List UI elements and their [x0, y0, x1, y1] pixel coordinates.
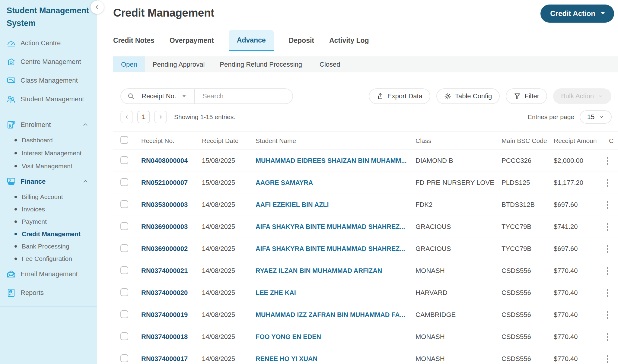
row-checkbox[interactable] — [120, 354, 128, 362]
student-name-link[interactable]: MUHAMMAD EIDREES SHAIZAN BIN MUHAMM... — [256, 157, 406, 164]
prev-page-button[interactable] — [120, 111, 133, 123]
page-title: Credit Management — [113, 7, 214, 19]
sidebar-item-reports[interactable]: Reports — [0, 283, 97, 302]
select-all-checkbox[interactable] — [120, 136, 128, 144]
kebab-menu-icon[interactable] — [605, 243, 610, 255]
sidebar-subitem-visit-management[interactable]: Visit Management — [0, 160, 97, 173]
column-header-receipt-amount: Receipt Amount — [549, 137, 597, 144]
kebab-menu-icon[interactable] — [605, 155, 610, 166]
sidebar-subitem-invoices[interactable]: Invoices — [0, 203, 97, 215]
kebab-menu-icon[interactable] — [605, 265, 610, 277]
student-name-link[interactable]: LEE ZHE KAI — [256, 289, 296, 296]
receipt-no-link[interactable]: RN0374000019 — [141, 311, 188, 318]
search-category-dropdown[interactable]: Receipt No. — [142, 92, 186, 100]
main-content: Credit Management Credit Action Credit N… — [97, 0, 618, 364]
student-name-link[interactable]: AIFA SHAKYRA BINTE MUHAMMAD SHAHREZ... — [256, 223, 405, 230]
sidebar-item-label: Action Centre — [21, 39, 61, 47]
table-row: RN0374000018 14/08/2025 FOO YONG EN EDEN… — [113, 326, 618, 348]
table-row: RN0369000002 14/08/2025 AIFA SHAKYRA BIN… — [113, 238, 618, 260]
student-name-link[interactable]: FOO YONG EN EDEN — [256, 333, 321, 340]
receipt-no-link[interactable]: RN0369000003 — [141, 223, 188, 230]
row-checkbox[interactable] — [120, 156, 128, 164]
row-checkbox[interactable] — [120, 178, 128, 186]
sidebar-subitem-interest-management[interactable]: Interest Management — [0, 147, 97, 160]
kebab-menu-icon[interactable] — [605, 287, 610, 299]
sidebar-subitem-fee-configuration[interactable]: Fee Configuration — [0, 252, 97, 265]
table-row: RN0374000021 14/08/2025 RYAEZ ILZAN BIN … — [113, 260, 618, 282]
tab-deposit[interactable]: Deposit — [289, 30, 314, 51]
sidebar-subitem-dashboard[interactable]: Dashboard — [0, 134, 97, 147]
gear-icon — [444, 93, 451, 100]
row-checkbox[interactable] — [120, 244, 128, 252]
chevron-up-icon[interactable] — [82, 178, 89, 185]
sidebar-collapse-button[interactable] — [91, 1, 104, 14]
receipt-no-link[interactable]: RN0374000020 — [141, 289, 188, 296]
sidebar-subitem-credit-management[interactable]: Credit Management — [0, 228, 97, 240]
funnel-icon — [514, 93, 521, 100]
receipt-no-link[interactable]: RN0374000021 — [141, 267, 188, 274]
credit-action-button[interactable]: Credit Action — [540, 5, 614, 23]
bulk-action-button[interactable]: Bulk Action — [553, 88, 611, 104]
sidebar-subitem-bank-processing[interactable]: Bank Processing — [0, 240, 97, 252]
next-page-button[interactable] — [154, 111, 167, 123]
row-checkbox[interactable] — [120, 310, 128, 318]
receipt-no-link[interactable]: RN0521000007 — [141, 179, 188, 186]
column-header-main-bsc-code: Main BSC Code — [496, 137, 549, 144]
column-header-receipt-date: Receipt Date — [198, 137, 252, 144]
row-checkbox[interactable] — [120, 266, 128, 274]
receipt-no-link[interactable]: RN0408000004 — [141, 157, 188, 164]
class-cell: MONASH — [409, 260, 496, 282]
kebab-menu-icon[interactable] — [605, 177, 610, 188]
table-row: RN0521000007 15/08/2025 AAGRE SAMAYRA FD… — [113, 172, 618, 194]
tab-advance[interactable]: Advance — [229, 30, 274, 51]
page-number-button[interactable]: 1 — [137, 111, 150, 123]
sidebar-item-centre-management[interactable]: Centre Management — [0, 52, 97, 71]
main-bsc-code-cell: CSDS556 — [496, 333, 549, 341]
student-name-link[interactable]: MUHAMMAD IZZ ZAFRAN BIN MUHAMMAD FA... — [256, 311, 405, 318]
row-checkbox[interactable] — [120, 200, 128, 208]
sidebar-item-action-centre[interactable]: Action Centre — [0, 34, 97, 52]
tab-overpayment[interactable]: Overpayment — [170, 30, 214, 51]
main-bsc-code-cell: TYCC79B — [496, 223, 549, 231]
sidebar-item-email-management[interactable]: Email Management — [0, 265, 97, 283]
row-checkbox[interactable] — [120, 288, 128, 296]
search-input[interactable] — [202, 92, 275, 100]
sidebar-subitem-payment[interactable]: Payment — [0, 215, 97, 228]
sidebar-item-enrolment[interactable]: Enrolment — [0, 116, 97, 134]
row-checkbox[interactable] — [120, 222, 128, 230]
kebab-menu-icon[interactable] — [605, 309, 610, 321]
subtab-open[interactable]: Open — [113, 56, 145, 72]
student-name-link[interactable]: AIFA SHAKYRA BINTE MUHAMMAD SHAHREZ... — [256, 245, 405, 252]
filter-button[interactable]: Filter — [506, 88, 547, 104]
row-checkbox[interactable] — [120, 332, 128, 340]
table-row: RN0369000003 14/08/2025 AIFA SHAKYRA BIN… — [113, 216, 618, 238]
tab-bar: Credit Notes Overpayment Advance Deposit… — [113, 30, 618, 51]
entries-per-page: Entries per page 15 — [528, 110, 612, 124]
sidebar-item-student-management[interactable]: Student Management — [0, 90, 97, 109]
kebab-menu-icon[interactable] — [605, 199, 610, 210]
student-name-link[interactable]: RYAEZ ILZAN BIN MUHAMMAD ARFIZAN — [256, 267, 382, 274]
status-filter-bar: Open Pending Approval Pending Refund Pro… — [113, 56, 618, 72]
tab-activity-log[interactable]: Activity Log — [329, 30, 369, 51]
subtab-pending-approval[interactable]: Pending Approval — [153, 56, 205, 72]
receipt-no-link[interactable]: RN0374000018 — [141, 333, 188, 340]
kebab-menu-icon[interactable] — [605, 353, 610, 364]
sidebar-subitem-billing-account[interactable]: Billing Account — [0, 191, 97, 203]
sidebar-item-class-management[interactable]: Class Management — [0, 71, 97, 90]
tab-credit-notes[interactable]: Credit Notes — [113, 30, 154, 51]
receipt-no-link[interactable]: RN0374000017 — [141, 355, 188, 362]
subtab-closed[interactable]: Closed — [320, 56, 340, 72]
kebab-menu-icon[interactable] — [605, 221, 610, 233]
student-name-link[interactable]: AAGRE SAMAYRA — [256, 179, 313, 186]
entries-per-page-select[interactable]: 15 — [580, 110, 612, 124]
export-data-button[interactable]: Export Data — [369, 88, 430, 104]
receipt-no-link[interactable]: RN0353000003 — [141, 201, 188, 208]
subtab-pending-refund-processing[interactable]: Pending Refund Processing — [220, 56, 302, 72]
student-name-link[interactable]: AAFI EZEKIEL BIN AZLI — [256, 201, 329, 208]
student-name-link[interactable]: RENEE HO YI XUAN — [256, 355, 317, 362]
chevron-up-icon[interactable] — [82, 122, 89, 128]
receipt-no-link[interactable]: RN0369000002 — [141, 245, 188, 252]
sidebar-item-finance[interactable]: $ Finance — [0, 173, 97, 191]
table-config-button[interactable]: Table Config — [436, 88, 500, 104]
kebab-menu-icon[interactable] — [605, 331, 610, 343]
